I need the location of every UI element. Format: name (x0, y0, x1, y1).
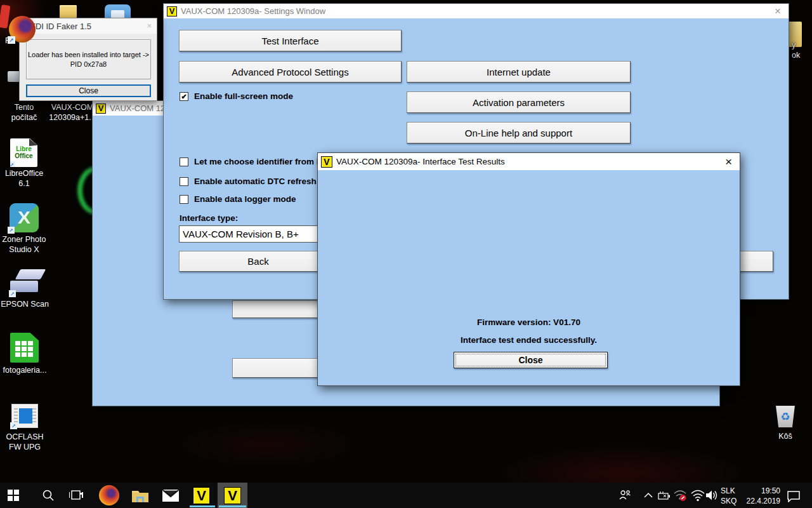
recycle-bin-icon[interactable]: ♻ (773, 404, 797, 429)
back-button[interactable]: Back (179, 251, 337, 272)
shortcut-arrow-icon: ➚ (9, 290, 16, 297)
test-dialog-close-button[interactable]: Close (454, 352, 608, 368)
taskbar-vaux-com-icon[interactable]: V (193, 487, 210, 504)
clock[interactable]: 19:50 22.4.2019 (741, 486, 780, 506)
checkbox-box[interactable] (180, 177, 188, 186)
ftdi-close-button[interactable]: Close (26, 84, 151, 97)
checkbox-label: Let me choose identifier from list (194, 157, 329, 166)
wifi-icon[interactable] (690, 488, 705, 502)
close-icon[interactable]: × (767, 4, 789, 18)
task-view-icon[interactable] (69, 488, 84, 502)
advanced-protocol-settings-button[interactable]: Advanced Protocol Settings (179, 61, 402, 83)
shortcut-arrow-icon: ➚ (8, 36, 15, 44)
libreoffice-icon-text: Libre (10, 146, 37, 153)
taskbar-firefox-icon[interactable] (99, 485, 119, 505)
ftdi-id-faker-dialog: FTDI ID Faker 1.5 × Loader has been inst… (19, 18, 157, 101)
test-dialog-title: VAUX-COM 120309a- Interface Test Results (336, 157, 505, 166)
people-icon[interactable] (618, 489, 632, 502)
vaux-app-icon: V (96, 104, 106, 114)
settings-titlebar[interactable]: V VAUX-COM 120309a- Settings Window × (164, 4, 789, 18)
volume-icon[interactable] (704, 488, 719, 502)
online-help-button[interactable]: On-Line help and support (407, 122, 631, 144)
battery-icon[interactable] (657, 490, 671, 500)
desktop-icon-vaux-com[interactable]: VAUX-COM 120309a+1... (48, 103, 96, 123)
recycle-glyph-icon: ♻ (780, 410, 790, 424)
close-icon[interactable]: × (141, 19, 157, 33)
search-icon[interactable] (41, 488, 56, 503)
desktop-icon-tento-pocitac[interactable]: Tento počítač (1, 103, 47, 123)
checkbox-box[interactable]: ✔ (180, 92, 188, 101)
test-dialog-titlebar[interactable]: V VAUX-COM 120309a- Interface Test Resul… (318, 153, 740, 170)
desktop-icon-zoner[interactable]: Zoner Photo Studio X (0, 235, 48, 255)
zoner-photo-studio-icon[interactable]: X ➚ (10, 203, 39, 232)
folder-icon[interactable] (60, 5, 77, 18)
ftdi-message-box: Loader has been installed into target ->… (26, 39, 151, 79)
internet-update-button[interactable]: Internet update (407, 61, 631, 83)
network-no-internet-icon[interactable] (672, 488, 688, 502)
test-result-text: Interface test ended successfully. (318, 335, 740, 345)
ocflash-icon[interactable]: ➚ (11, 404, 38, 428)
clock-time: 19:50 (761, 486, 780, 497)
language-indicator[interactable]: SLK SKQ (721, 486, 741, 506)
activation-parameters-button[interactable]: Activation parameters (407, 91, 631, 113)
test-interface-button[interactable]: Test Interface (179, 30, 402, 51)
shortcut-arrow-icon: ➚ (10, 422, 17, 429)
libreoffice-icon[interactable]: Libre Office ➚ (10, 138, 37, 167)
firefox-desktop-icon[interactable]: ➚ (9, 16, 36, 43)
desktop-icon-fotogaleria[interactable]: fotogaleria... (0, 366, 49, 376)
active-app-indicator (219, 505, 246, 507)
start-button[interactable] (6, 488, 20, 502)
taskbar: V V SLK SKQ 19:50 22.4.2019 (0, 483, 812, 508)
mail-icon[interactable] (161, 488, 180, 503)
ftdi-message-line2: PID 0x27a8 (70, 60, 107, 69)
right-edge-icon-label: ý ok (792, 41, 809, 60)
settings-window-title: VAUX-COM 120309a- Settings Window (181, 6, 325, 16)
epson-scan-icon[interactable]: ➚ (10, 269, 39, 296)
desktop-icon-libreoffice[interactable]: LibreOffice 6.1 (0, 169, 48, 189)
checkbox-label: Enable data logger mode (194, 194, 296, 204)
interface-type-label: Interface type: (180, 213, 238, 223)
shortcut-arrow-icon: ➚ (8, 227, 15, 234)
vaux-app-icon: V (167, 6, 177, 17)
checkbox-box[interactable] (180, 195, 188, 204)
checkbox-enable-fullscreen[interactable]: ✔ Enable full-screen mode (180, 91, 293, 101)
firmware-version-text: Firmware version: V01.70 (318, 318, 740, 327)
checkbox-data-logger-mode[interactable]: Enable data logger mode (180, 194, 296, 204)
checkbox-label: Enable automatic DTC refresh (194, 177, 317, 186)
close-icon[interactable]: × (717, 155, 740, 169)
desktop-icon-recycle-bin[interactable]: Kôš (761, 432, 809, 442)
taskbar-vaux-com-active[interactable]: V (218, 483, 247, 508)
interface-test-results-dialog: V VAUX-COM 120309a- Interface Test Resul… (317, 152, 740, 386)
desktop-icon-epson-scan[interactable]: EPSON Scan (0, 300, 49, 310)
checkbox-choose-identifier[interactable]: Let me choose identifier from list (180, 157, 329, 166)
notifications-icon[interactable] (785, 489, 802, 503)
file-explorer-icon[interactable] (131, 488, 150, 504)
vaux-app-icon: V (321, 156, 332, 168)
chevron-up-icon[interactable] (643, 491, 653, 500)
checkbox-automatic-dtc-refresh[interactable]: Enable automatic DTC refresh (180, 177, 317, 186)
ftdi-titlebar[interactable]: FTDI ID Faker 1.5 × (20, 18, 157, 34)
desktop-icon-ocflash[interactable]: OCFLASH FW UPG (0, 432, 49, 452)
clock-date: 22.4.2019 (747, 497, 780, 507)
fotogaleria-icon[interactable] (10, 333, 39, 363)
checkbox-label: Enable full-screen mode (194, 91, 293, 101)
open-app-indicator (190, 505, 215, 507)
ftdi-message-line1: Loader has been installed into target -> (28, 50, 149, 60)
checkbox-box[interactable] (180, 157, 188, 166)
